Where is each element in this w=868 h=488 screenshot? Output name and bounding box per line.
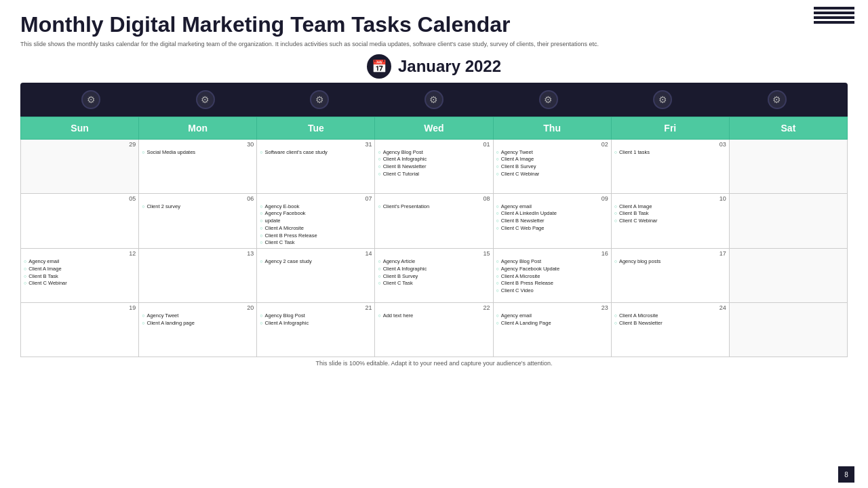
task-item: Client A Image — [24, 266, 136, 272]
gear-5: ⚙ — [539, 90, 558, 109]
bar-3 — [814, 16, 854, 19]
task-item: Client's Presentation — [378, 203, 490, 210]
task-item: Client C Web Page — [496, 225, 608, 232]
w1-wed: 01 Agency Blog Post Client A Infographic… — [375, 139, 493, 193]
task-item: Client C Task — [378, 280, 490, 287]
w2-tue-tasks: Agency E-book Agency Facebook update Cli… — [260, 203, 372, 247]
page-title: Monthly Digital Marketing Team Tasks Cal… — [20, 12, 848, 37]
w4-thu-num: 23 — [601, 304, 608, 311]
w3-sun-num: 12 — [129, 250, 136, 257]
w4-fri: 24 Client A Microsite Client B Newslette… — [611, 303, 729, 357]
task-item: Client A Image — [496, 156, 608, 163]
gear-bar: ⚙ ⚙ ⚙ ⚙ ⚙ ⚙ ⚙ — [20, 83, 848, 117]
w2-tue-num: 07 — [365, 195, 372, 202]
w3-wed-num: 15 — [484, 250, 490, 257]
task-item: Add text here — [378, 312, 490, 319]
task-item: Client B Newsletter — [614, 320, 726, 327]
w2-mon: 06 Client 2 survey — [139, 193, 257, 249]
w3-sun-tasks: Agency email Client A Image Client B Tas… — [24, 258, 136, 287]
task-item: update — [260, 218, 372, 224]
task-item: Agency blog posts — [614, 258, 726, 265]
w3-mon: 13 — [139, 249, 257, 303]
w1-fri: 03 Client 1 tasks — [611, 139, 729, 193]
w3-fri: 17 Agency blog posts — [611, 249, 729, 303]
gear-7: ⚙ — [768, 90, 787, 109]
week4-row: 19 20 Agency Tweet Client A landing page… — [21, 303, 848, 357]
w2-fri-tasks: Client A Image Client B Task Client C We… — [614, 203, 726, 224]
w3-tue-tasks: Agency 2 case study — [260, 258, 372, 265]
task-item: Client A Infographic — [378, 266, 490, 272]
header-thu: Thu — [493, 117, 611, 139]
task-item: Agency email — [24, 258, 136, 265]
task-item: Client B Newsletter — [378, 163, 490, 170]
task-item: Social Media updates — [142, 149, 254, 156]
w2-thu: 09 Agency email Client A LinkedIn Update… — [493, 193, 611, 249]
w1-sun-num: 29 — [129, 141, 136, 148]
task-item: Client B Press Release — [496, 280, 608, 287]
task-item: Agency E-book — [260, 203, 372, 210]
task-item: Client C Webinar — [614, 218, 726, 224]
w2-sun-num: 05 — [129, 195, 136, 202]
w2-wed-num: 08 — [484, 195, 490, 202]
task-item: Agency Tweet — [496, 149, 608, 156]
gear-1: ⚙ — [81, 90, 100, 109]
task-item: Agency Tweet — [142, 312, 254, 319]
w1-wed-num: 01 — [484, 141, 490, 148]
w1-fri-tasks: Client 1 tasks — [614, 149, 726, 156]
w3-mon-num: 13 — [247, 250, 254, 257]
w2-fri: 10 Client A Image Client B Task Client C… — [611, 193, 729, 249]
bar-2 — [814, 12, 854, 14]
w4-wed-tasks: Add text here — [378, 312, 490, 319]
w3-sat — [729, 249, 847, 303]
header-fri: Fri — [611, 117, 729, 139]
gear-2: ⚙ — [196, 90, 215, 109]
task-item: Client A Image — [614, 203, 726, 210]
w2-mon-tasks: Client 2 survey — [142, 203, 254, 210]
w1-tue-num: 31 — [365, 141, 372, 148]
w1-sat — [729, 139, 847, 193]
task-item: Agency email — [496, 203, 608, 210]
w4-thu: 23 Agency email Client A Landing Page — [493, 303, 611, 357]
w3-thu-num: 16 — [601, 250, 608, 257]
subtitle: This slide shows the monthly tasks calen… — [20, 40, 848, 49]
w1-mon-num: 30 — [247, 141, 254, 148]
task-item: Agency email — [496, 312, 608, 319]
w2-wed-tasks: Client's Presentation — [378, 203, 490, 210]
w4-tue-tasks: Agency Blog Post Client A Infographic — [260, 312, 372, 327]
w1-thu: 02 Agency Tweet Client A Image Client B … — [493, 139, 611, 193]
week1-row: 29 30 Social Media updates 31 Software c… — [21, 139, 848, 193]
gear-6: ⚙ — [653, 90, 672, 109]
task-item: Client B Newsletter — [496, 218, 608, 224]
w3-thu-tasks: Agency Blog Post Agency Facebook Update … — [496, 258, 608, 294]
task-item: Client A LinkedIn Update — [496, 210, 608, 217]
w4-thu-tasks: Agency email Client A Landing Page — [496, 312, 608, 327]
w3-fri-num: 17 — [719, 250, 726, 257]
w3-tue: 14 Agency 2 case study — [257, 249, 375, 303]
w2-mon-num: 06 — [247, 195, 254, 202]
task-item: Client C Tutorial — [378, 171, 490, 178]
w2-fri-num: 10 — [719, 195, 726, 202]
task-item: Agency Blog Post — [378, 149, 490, 156]
w1-tue-tasks: Software client's case study — [260, 149, 372, 156]
header-sun: Sun — [21, 117, 139, 139]
bar-4 — [814, 21, 854, 24]
task-item: Client A Infographic — [260, 320, 372, 327]
w2-sun: 05 — [21, 193, 139, 249]
page-number: 8 — [844, 471, 848, 479]
task-item: Client C Video — [496, 287, 608, 294]
task-item: Client C Webinar — [24, 280, 136, 287]
w4-mon-tasks: Agency Tweet Client A landing page — [142, 312, 254, 327]
w4-wed: 22 Add text here — [375, 303, 493, 357]
calendar-icon: 📅 — [367, 54, 391, 79]
w4-sat — [729, 303, 847, 357]
task-item: Client A landing page — [142, 320, 254, 327]
header-row: Sun Mon Tue Wed Thu Fri Sat — [21, 117, 848, 139]
w4-mon-num: 20 — [247, 304, 254, 311]
calendar-table: Sun Mon Tue Wed Thu Fri Sat 29 30 Social… — [20, 117, 848, 358]
w2-wed: 08 Client's Presentation — [375, 193, 493, 249]
task-item: Client 2 survey — [142, 203, 254, 210]
w1-thu-tasks: Agency Tweet Client A Image Client B Sur… — [496, 149, 608, 178]
w3-sun: 12 Agency email Client A Image Client B … — [21, 249, 139, 303]
w3-wed: 15 Agency Article Client A Infographic C… — [375, 249, 493, 303]
task-item: Client B Press Release — [260, 232, 372, 239]
